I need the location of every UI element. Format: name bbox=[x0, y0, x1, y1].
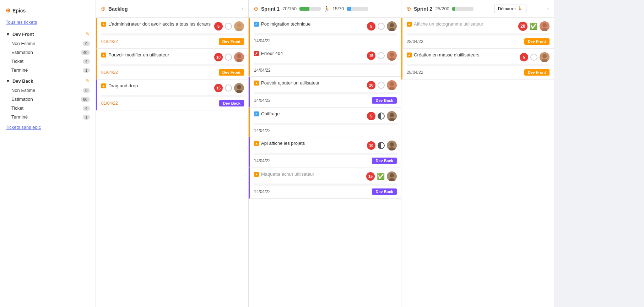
backlog-plus-icon[interactable]: ⊕ bbox=[101, 5, 105, 12]
avatar bbox=[387, 141, 397, 150]
item-badge: 60 bbox=[81, 97, 90, 102]
score-badge: 5 bbox=[367, 112, 375, 120]
svg-point-1 bbox=[236, 28, 242, 31]
item-badge: 4 bbox=[83, 59, 90, 64]
svg-point-21 bbox=[541, 59, 548, 62]
dev-back-non-estime[interactable]: Non Estimé 0 bbox=[0, 86, 96, 95]
dev-front-ticket[interactable]: Ticket 4 bbox=[0, 57, 96, 66]
dev-back-edit-icon[interactable]: ✎ bbox=[86, 78, 90, 84]
avatar bbox=[234, 83, 244, 93]
card-date: 14/04/22 bbox=[254, 158, 271, 163]
item-label: Estimation bbox=[11, 50, 33, 55]
main-content: ⊕ Backlog ‹ ▲ L'administrateur doit avoi… bbox=[96, 0, 644, 307]
status-circle bbox=[530, 54, 537, 61]
card-title-text: Drag and drop bbox=[108, 83, 138, 88]
svg-point-11 bbox=[389, 87, 395, 90]
epic-tag: Dev Back bbox=[372, 97, 397, 104]
ticket-icon: ▲ bbox=[407, 53, 412, 57]
svg-point-2 bbox=[237, 54, 241, 58]
backlog-column: ⊕ Backlog ‹ ▲ L'administrateur doit avoi… bbox=[96, 0, 249, 307]
score-badge: 20 bbox=[367, 81, 375, 89]
backlog-header: ⊕ Backlog ‹ bbox=[96, 0, 248, 18]
sprint2-progress bbox=[452, 7, 473, 11]
dev-front-termine[interactable]: Terminé 1 bbox=[0, 66, 96, 75]
runner-icon: 🏃 bbox=[517, 6, 523, 11]
card-date: 14/04/22 bbox=[254, 189, 271, 194]
score-badge: 10 bbox=[367, 141, 375, 150]
tickets-sans-epic-link[interactable]: Tickets sans epic bbox=[0, 123, 96, 132]
score-badge: 20 bbox=[518, 22, 527, 31]
dev-front-estimation[interactable]: Estimation 40 bbox=[0, 48, 96, 57]
status-circle bbox=[378, 52, 385, 59]
dev-back-section: ▼ Dev Back ✎ Non Estimé 0 Estimation 60 … bbox=[0, 76, 96, 121]
avatar bbox=[387, 111, 397, 121]
card-creation-masse[interactable]: ▲ Création en masse d'utilisateurs 5 bbox=[401, 49, 554, 80]
card-drag-drop[interactable]: ▲ Drag and drop 15 01/04/2 bbox=[96, 80, 248, 110]
sprint1-runner-icon: 🏃 bbox=[324, 6, 330, 12]
card-title-text: Affiche un pictogramme utilisateur bbox=[414, 21, 483, 27]
dev-back-header[interactable]: ▼ Dev Back ✎ bbox=[0, 76, 96, 86]
status-circle bbox=[225, 54, 232, 61]
ticket-icon: ▲ bbox=[101, 83, 106, 88]
backlog-collapse-icon[interactable]: ‹ bbox=[242, 6, 243, 12]
sprint1-column: ⊕ Sprint 1 70/150 🏃 15/70 ✓ bbox=[249, 0, 401, 307]
backlog-title: Backlog bbox=[108, 6, 128, 12]
epics-plus-icon: ⊕ bbox=[6, 7, 10, 14]
sprint1-extra-bar bbox=[347, 7, 351, 11]
score-badge: 5 bbox=[214, 22, 223, 31]
dev-back-ticket[interactable]: Ticket 4 bbox=[0, 104, 96, 113]
card-date: 28/04/22 bbox=[407, 39, 423, 44]
ticket-icon: ▲ bbox=[101, 53, 106, 57]
dev-front-edit-icon[interactable]: ✎ bbox=[86, 31, 90, 37]
dev-front-header[interactable]: ▼ Dev Front ✎ bbox=[0, 29, 96, 39]
card-chiffrage[interactable]: ✓ Chiffrage 5 14/04/22 bbox=[249, 108, 401, 137]
card-title-text: Création en masse d'utilisateurs bbox=[414, 52, 480, 57]
sidebar-title: Epics bbox=[12, 8, 26, 13]
done-checkmark-icon: ✅ bbox=[530, 22, 537, 30]
columns-container: ⊕ Backlog ‹ ▲ L'administrateur doit avoi… bbox=[96, 0, 644, 307]
item-label: Non Estimé bbox=[11, 88, 35, 93]
avatar bbox=[234, 52, 244, 62]
score-badge: 10 bbox=[214, 53, 223, 61]
card-date: 01/04/22 bbox=[101, 101, 118, 106]
dev-back-termine[interactable]: Terminé 1 bbox=[0, 113, 96, 121]
epic-tag: Dev Front bbox=[219, 69, 244, 76]
card-title-text: Erreur 404 bbox=[261, 51, 283, 56]
card-modifier-utilisateur[interactable]: ▲ Pouvoir modifier un utilisateur 10 bbox=[96, 49, 248, 80]
sprint2-plus-icon[interactable]: ⊕ bbox=[406, 5, 411, 12]
sprint2-expand-icon[interactable]: › bbox=[547, 6, 549, 12]
item-label: Terminé bbox=[11, 67, 28, 73]
avatar bbox=[387, 51, 397, 61]
sprint1-progress-bar bbox=[299, 7, 309, 11]
item-badge: 0 bbox=[83, 88, 90, 93]
card-title-text: Chiffrage bbox=[261, 111, 280, 116]
item-label: Ticket bbox=[11, 59, 23, 64]
all-tickets-link[interactable]: Tous les tickets bbox=[0, 18, 96, 26]
start-sprint-button[interactable]: Démarrer 🏃 bbox=[494, 5, 527, 13]
dev-front-non-estime[interactable]: Non Estimé 0 bbox=[0, 39, 96, 48]
card-api-projets[interactable]: ▲ Api affiche les projets 10 bbox=[249, 137, 401, 168]
sprint1-plus-icon[interactable]: ⊕ bbox=[254, 5, 258, 12]
card-maquette-ecran[interactable]: ▲ Maquette écran utilisateur 15 ✅ bbox=[249, 168, 401, 199]
ticket-icon: ✗ bbox=[254, 51, 259, 56]
sprint1-extra-bar-container bbox=[347, 7, 368, 11]
dev-back-estimation[interactable]: Estimation 60 bbox=[0, 95, 96, 104]
card-poc-migration[interactable]: ✓ Poc migration technique 5 bbox=[249, 18, 401, 47]
svg-point-6 bbox=[390, 23, 394, 27]
epic-tag: Dev Front bbox=[524, 38, 550, 45]
sprint2-title: Sprint 2 bbox=[414, 6, 432, 12]
item-badge: 0 bbox=[83, 41, 90, 46]
card-ajouter-utilisateur[interactable]: ▲ Pouvoir ajouter un utilisateur 20 bbox=[249, 77, 401, 108]
score-badge: 5 bbox=[367, 22, 375, 31]
svg-point-18 bbox=[542, 23, 547, 27]
sprint1-header: ⊕ Sprint 1 70/150 🏃 15/70 bbox=[249, 0, 401, 18]
status-circle bbox=[225, 23, 232, 30]
svg-point-3 bbox=[236, 59, 242, 62]
svg-point-20 bbox=[542, 54, 547, 58]
card-admin-acces[interactable]: ▲ L'administrateur doit avoir accès a to… bbox=[96, 18, 248, 49]
item-label: Estimation bbox=[11, 97, 33, 102]
card-erreur-404[interactable]: ✗ Erreur 404 15 14/04/22 bbox=[249, 47, 401, 77]
chevron-down-icon: ▼ bbox=[6, 78, 10, 84]
card-pictogramme[interactable]: ▲ Affiche un pictogramme utilisateur 20 … bbox=[401, 18, 554, 49]
score-badge: 15 bbox=[366, 172, 375, 181]
